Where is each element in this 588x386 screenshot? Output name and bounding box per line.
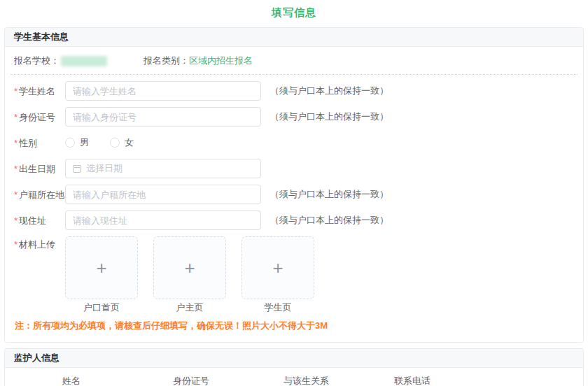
column-header-phone: 联系电话 bbox=[394, 375, 494, 386]
required-asterisk: * bbox=[14, 112, 18, 122]
upload-caption-student-page: 学生页 bbox=[265, 303, 292, 313]
address-note: （须与户口本上的保持一致） bbox=[270, 214, 388, 227]
page-title: 填写信息 bbox=[0, 0, 588, 27]
gender-radio-group: 男 女 bbox=[65, 136, 134, 149]
calendar-icon bbox=[73, 165, 81, 173]
female-radio-option[interactable]: 女 bbox=[110, 136, 134, 149]
material-upload-row: *材料上传 + 户口首页 + 户主页 + bbox=[14, 236, 574, 313]
category-label: 报名类别： bbox=[144, 55, 189, 67]
id-number-note: （须与户口本上的保持一致） bbox=[270, 110, 388, 123]
dotted-divider bbox=[10, 74, 578, 75]
student-name-row: *学生姓名 （须与户口本上的保持一致） bbox=[14, 81, 574, 101]
plus-icon: + bbox=[184, 259, 195, 277]
student-name-input[interactable] bbox=[65, 81, 261, 101]
address-input[interactable] bbox=[65, 210, 261, 230]
male-radio-label: 男 bbox=[80, 136, 89, 149]
household-input[interactable] bbox=[65, 185, 261, 204]
gender-label: *性别 bbox=[14, 138, 65, 148]
address-row: *现住址 （须与户口本上的保持一致） bbox=[14, 210, 574, 230]
material-upload-label: *材料上传 bbox=[14, 236, 65, 250]
male-radio-icon bbox=[65, 138, 75, 148]
student-section-header: 学生基本信息 bbox=[5, 28, 583, 47]
column-header-id-number: 身份证号 bbox=[173, 375, 273, 386]
upload-item: + 户口首页 bbox=[65, 236, 138, 313]
guardian-header-spacer bbox=[14, 375, 62, 386]
student-name-note: （须与户口本上的保持一致） bbox=[270, 85, 388, 97]
required-fields-note: 注：所有项均为必填项，请核查后仔细填写，确保无误！照片大小不得大于3M bbox=[15, 320, 574, 332]
student-form-body: *学生姓名 （须与户口本上的保持一致） *身份证号 （须与户口本上的保持一致） … bbox=[5, 81, 583, 342]
column-header-name: 姓名 bbox=[62, 375, 162, 386]
id-number-input[interactable] bbox=[65, 107, 261, 127]
required-asterisk: * bbox=[14, 86, 18, 96]
female-radio-label: 女 bbox=[125, 136, 134, 149]
birth-date-row: *出生日期 选择日期 bbox=[14, 159, 574, 178]
household-row: *户籍所在地 （须与户口本上的保持一致） bbox=[14, 185, 574, 204]
guardian-column-headers: 姓名 身份证号 与该生关系 联系电话 bbox=[14, 375, 574, 386]
plus-icon: + bbox=[96, 259, 106, 277]
id-number-label: *身份证号 bbox=[14, 112, 65, 122]
registration-meta-row: 报名学校： 报名类别： 区域内招生报名 bbox=[5, 47, 583, 74]
plus-icon: + bbox=[272, 259, 283, 277]
household-note: （须与户口本上的保持一致） bbox=[270, 188, 388, 201]
upload-item: + 户主页 bbox=[153, 236, 226, 313]
household-label: *户籍所在地 bbox=[14, 190, 65, 200]
required-asterisk: * bbox=[14, 239, 18, 250]
required-asterisk: * bbox=[14, 190, 18, 200]
redacted-school-name bbox=[61, 56, 107, 66]
birth-date-placeholder: 选择日期 bbox=[86, 162, 122, 175]
guardian-form-body: 姓名 身份证号 与该生关系 联系电话 *监护人1 选择关系 获取验证码 bbox=[5, 368, 583, 386]
upload-item: + 学生页 bbox=[241, 236, 314, 313]
id-number-row: *身份证号 （须与户口本上的保持一致） bbox=[14, 107, 574, 127]
birth-date-picker[interactable]: 选择日期 bbox=[65, 159, 261, 178]
address-label: *现住址 bbox=[14, 215, 65, 226]
guardian-info-card: 监护人信息 姓名 身份证号 与该生关系 联系电话 *监护人1 选择关系 获取验证… bbox=[4, 348, 584, 386]
upload-box-student-page[interactable]: + bbox=[241, 236, 314, 299]
female-radio-icon bbox=[110, 138, 120, 148]
male-radio-option[interactable]: 男 bbox=[65, 136, 89, 149]
upload-box-householder-page[interactable]: + bbox=[153, 236, 226, 299]
required-asterisk: * bbox=[14, 215, 18, 226]
upload-caption-householder-page: 户主页 bbox=[176, 303, 204, 313]
upload-box-hukou-cover[interactable]: + bbox=[65, 236, 138, 299]
upload-caption-hukou-cover: 户口首页 bbox=[83, 303, 120, 313]
upload-group: + 户口首页 + 户主页 + 学生页 bbox=[65, 236, 314, 313]
column-header-relation: 与该生关系 bbox=[284, 375, 384, 386]
category-value: 区域内招生报名 bbox=[189, 55, 253, 67]
school-label: 报名学校： bbox=[14, 55, 59, 67]
guardian-section-header: 监护人信息 bbox=[5, 349, 583, 368]
student-name-label: *学生姓名 bbox=[14, 86, 65, 96]
student-info-card: 学生基本信息 报名学校： 报名类别： 区域内招生报名 *学生姓名 （须与户口本上… bbox=[4, 27, 584, 343]
required-asterisk: * bbox=[14, 138, 18, 148]
gender-row: *性别 男 女 bbox=[14, 133, 574, 152]
required-asterisk: * bbox=[14, 164, 18, 174]
birth-date-label: *出生日期 bbox=[14, 164, 65, 174]
